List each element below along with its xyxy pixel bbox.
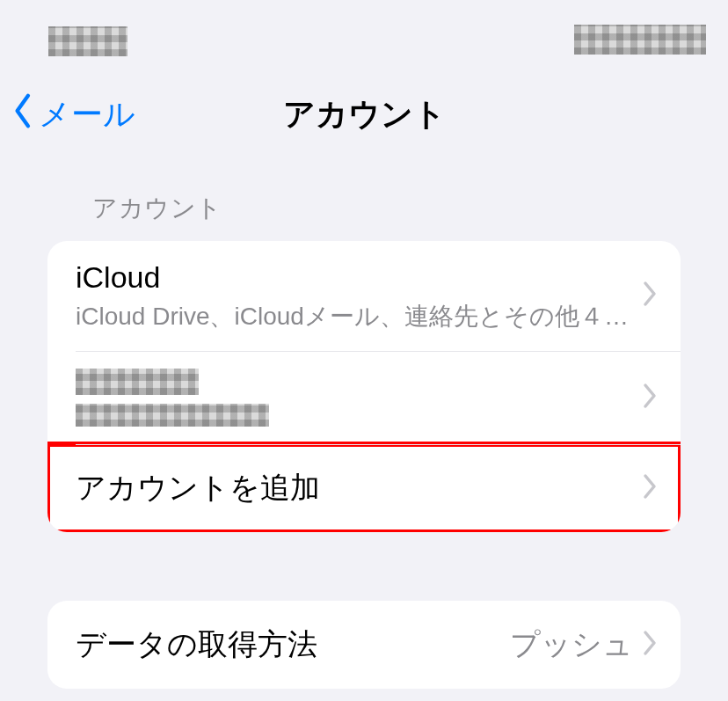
back-label: メール [39, 93, 135, 136]
status-time-redacted [48, 26, 127, 56]
group-spacer [0, 532, 728, 601]
row-main [76, 369, 642, 427]
account-subtitle: iCloud Drive、iCloudメール、連絡先とその他４項目... [76, 300, 642, 333]
account-subtitle-redacted [76, 404, 269, 427]
chevron-right-icon [642, 383, 658, 413]
row-main: データの取得方法 [76, 625, 510, 663]
row-main: アカウントを追加 [76, 469, 642, 507]
status-bar [0, 0, 728, 79]
nav-bar: メール アカウント [0, 79, 728, 150]
content: アカウント iCloud iCloud Drive、iCloudメール、連絡先と… [0, 150, 728, 689]
fetch-new-data-row[interactable]: データの取得方法 プッシュ [47, 601, 681, 689]
chevron-right-icon [642, 630, 658, 660]
fetch-label: データの取得方法 [76, 625, 510, 663]
account-title-redacted [76, 369, 199, 395]
account-row-redacted[interactable] [47, 351, 681, 444]
chevron-left-icon [12, 92, 35, 137]
status-indicators-redacted [574, 25, 706, 55]
chevron-right-icon [642, 281, 658, 310]
add-account-label: アカウントを追加 [76, 469, 642, 507]
fetch-group: データの取得方法 プッシュ [47, 601, 681, 689]
accounts-group: iCloud iCloud Drive、iCloudメール、連絡先とその他４項目… [47, 241, 681, 532]
chevron-right-icon [642, 473, 658, 503]
account-title: iCloud [76, 259, 642, 296]
back-button[interactable]: メール [0, 92, 135, 137]
account-row-icloud[interactable]: iCloud iCloud Drive、iCloudメール、連絡先とその他４項目… [47, 241, 681, 351]
section-header-accounts: アカウント [0, 192, 728, 241]
fetch-value: プッシュ [510, 624, 633, 665]
row-main: iCloud iCloud Drive、iCloudメール、連絡先とその他４項目… [76, 259, 642, 333]
add-account-row[interactable]: アカウントを追加 [47, 444, 681, 532]
